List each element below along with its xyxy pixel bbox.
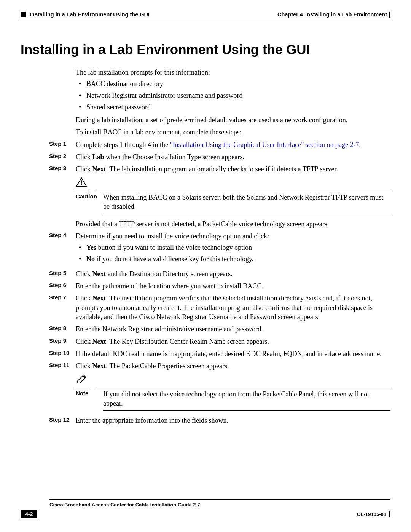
- step-text: Click Next. The Key Distribution Center …: [76, 337, 390, 346]
- admon-rule: [76, 387, 390, 387]
- bullet-item: No if you do not have a valid license ke…: [86, 254, 390, 264]
- step-8: Step 8 Enter the Network Registrar admin…: [21, 324, 390, 334]
- header-left-text: Installing in a Lab Environment Using th…: [30, 11, 150, 18]
- page-title: Installing in a Lab Environment Using th…: [21, 42, 390, 57]
- admon-bottom-rule: [76, 214, 390, 214]
- xref-link[interactable]: "Installation Using the Graphical User I…: [170, 141, 359, 149]
- admon-rule: [76, 190, 390, 190]
- step-label: Step 11: [21, 361, 76, 371]
- text: . The installation program verifies that…: [76, 294, 373, 321]
- bold-text: No: [86, 255, 95, 263]
- step-label: Step 10: [21, 349, 76, 358]
- admon-body: Caution When installing BACC on a Solari…: [76, 193, 390, 211]
- step-text: Click Next. The installation program ver…: [76, 294, 390, 321]
- step-text: Click Lab when the Choose Installation T…: [76, 152, 390, 161]
- bullet-item: Shared secret password: [86, 102, 390, 112]
- bullet-item: Network Registrar administrator username…: [86, 91, 390, 100]
- text: Click: [76, 165, 92, 173]
- header-chapter: Chapter 4: [277, 11, 303, 18]
- para: Provided that a TFTP server is not detec…: [76, 219, 390, 228]
- admon-label: Note: [76, 390, 103, 408]
- step4-bullets: Yes button if you want to install the vo…: [76, 243, 390, 264]
- step-label: Step 5: [21, 269, 76, 278]
- step-label: Step 2: [21, 152, 76, 161]
- step-10: Step 10 If the default KDC realm name is…: [21, 349, 390, 358]
- step-text: Complete steps 1 through 4 in the "Insta…: [76, 140, 390, 149]
- admon-bottom-rule: [76, 410, 390, 411]
- step-text: Enter the Network Registrar administrati…: [76, 324, 390, 334]
- text: if you do not have a valid license key f…: [95, 255, 253, 263]
- footer-bar-icon: [389, 511, 390, 517]
- step-label: Step 3: [21, 165, 76, 174]
- admon-text: If you did not select the voice technolo…: [103, 390, 390, 408]
- text: Click: [76, 338, 92, 345]
- admon-label: Caution: [76, 193, 103, 211]
- step-6: Step 6 Enter the pathname of the locatio…: [21, 281, 390, 291]
- step-2: Step 2 Click Lab when the Choose Install…: [21, 152, 390, 161]
- step-label: Step 8: [21, 324, 76, 334]
- bold-text: Lab: [92, 153, 104, 161]
- footer-bottom: 4-2 OL-19105-01: [21, 510, 390, 518]
- step-label: Step 6: [21, 281, 76, 291]
- text: when the Choose Installation Type screen…: [104, 153, 244, 161]
- step-3: Step 3 Click Next. The lab installation …: [21, 165, 390, 174]
- step-4: Step 4 Determine if you need to install …: [21, 232, 390, 266]
- admon-body: Note If you did not select the voice tec…: [76, 390, 390, 408]
- para: During a lab installation, a set of pred…: [76, 115, 390, 125]
- step-12: Step 12 Enter the appropriate informatio…: [21, 416, 390, 425]
- step-label: Step 9: [21, 337, 76, 346]
- text: and the Destination Directory screen app…: [106, 270, 232, 278]
- step-label: Step 4: [21, 232, 76, 266]
- step-text: Determine if you need to install the voi…: [76, 232, 390, 266]
- footer-rule: [49, 499, 390, 500]
- step-11: Step 11 Click Next. The PacketCable Prop…: [21, 361, 390, 371]
- running-header: Installing in a Lab Environment Using th…: [21, 11, 390, 18]
- step-9: Step 9 Click Next. The Key Distribution …: [21, 337, 390, 346]
- bold-text: Next: [92, 165, 106, 173]
- text: Click: [76, 294, 92, 302]
- header-left: Installing in a Lab Environment Using th…: [21, 11, 150, 18]
- step-text: Click Next. The lab installation program…: [76, 165, 390, 174]
- text: .: [359, 141, 361, 149]
- text: Click: [76, 153, 92, 161]
- step-text: Enter the appropriate information into t…: [76, 416, 390, 425]
- note-admonition: Note If you did not select the voice tec…: [76, 374, 390, 411]
- header-marker-icon: [21, 12, 26, 17]
- bullet-item: Yes button if you want to install the vo…: [86, 243, 390, 252]
- step-5: Step 5 Click Next and the Destination Di…: [21, 269, 390, 278]
- intro-text: The lab installation prompts for this in…: [76, 68, 390, 77]
- admon-text: When installing BACC on a Solaris server…: [103, 193, 390, 211]
- bullet-item: BACC destination directory: [86, 79, 390, 88]
- step-text: Click Next and the Destination Directory…: [76, 269, 390, 278]
- footer-doc-id: OL-19105-01: [357, 511, 390, 517]
- bold-text: Next: [92, 270, 106, 278]
- text: Click: [76, 362, 92, 370]
- bold-text: Next: [92, 294, 106, 302]
- bold-text: Next: [92, 362, 106, 370]
- footer-guide-title: Cisco Broadband Access Center for Cable …: [49, 502, 390, 508]
- text: . The PacketCable Properties screen appe…: [106, 362, 229, 370]
- text: . The Key Distribution Center Realm Name…: [106, 338, 269, 345]
- doc-id: OL-19105-01: [357, 511, 386, 517]
- intro-bullets: BACC destination directory Network Regis…: [76, 79, 390, 112]
- svg-point-2: [81, 184, 82, 185]
- text: . The lab installation program automatic…: [106, 165, 338, 173]
- bold-text: Next: [92, 338, 106, 345]
- page-number: 4-2: [21, 510, 37, 518]
- page-footer: Cisco Broadband Access Center for Cable …: [21, 499, 390, 518]
- note-icon: [76, 374, 87, 383]
- text: Complete steps 1 through 4 in the: [76, 141, 170, 149]
- text: button if you want to install the voice …: [96, 244, 252, 251]
- text: Determine if you need to install the voi…: [76, 232, 390, 241]
- step-text: Click Next. The PacketCable Properties s…: [76, 361, 390, 371]
- steps: Step 1 Complete steps 1 through 4 in the…: [21, 140, 390, 425]
- bold-text: Yes: [86, 244, 96, 251]
- header-right: Chapter 4 Installing in a Lab Environmen…: [277, 11, 390, 18]
- page: Installing in a Lab Environment Using th…: [0, 0, 411, 532]
- header-rule: [21, 19, 390, 19]
- caution-icon: [76, 177, 87, 187]
- caution-admonition: Caution When installing BACC on a Solari…: [76, 177, 390, 214]
- step-label: Step 12: [21, 416, 76, 425]
- header-bar-icon: [389, 12, 390, 18]
- step-text: If the default KDC realm name is inappro…: [76, 349, 390, 358]
